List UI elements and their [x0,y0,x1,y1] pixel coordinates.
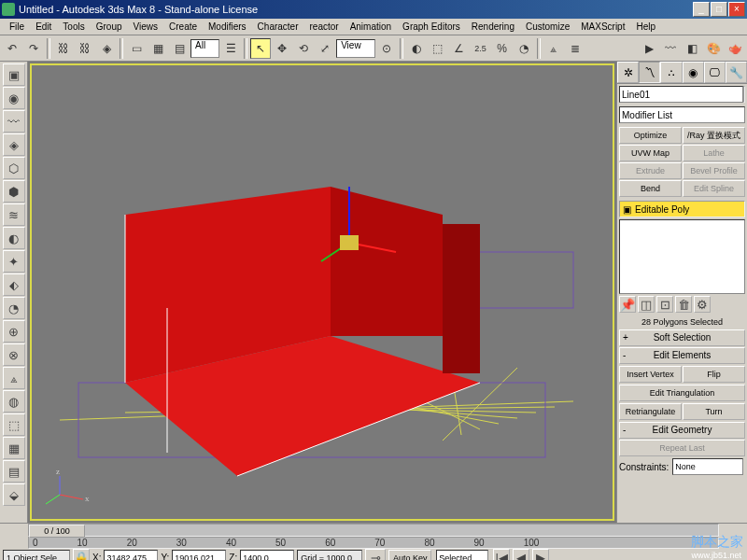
unique-button[interactable]: ⊡ [656,296,673,313]
bevel-profile-button[interactable]: Bevel Profile [683,162,745,179]
menu-maxscript[interactable]: MAXScript [575,21,630,32]
bind-button[interactable]: ◈ [96,38,117,59]
lathe-button[interactable]: Lathe [683,145,745,161]
unlink-button[interactable]: ⛓ [75,38,95,59]
perspective-viewport[interactable]: Perspective [28,62,616,523]
object-name-field[interactable] [619,86,743,103]
menu-help[interactable]: Help [630,21,661,32]
motion-tab[interactable]: ◉ [683,62,704,83]
menu-grapheditors[interactable]: Graph Editors [397,21,466,32]
close-button[interactable]: × [728,2,745,17]
edit-tri-button[interactable]: Edit Triangulation [619,385,745,401]
left-tool-11[interactable]: ◔ [3,297,25,319]
bend-button[interactable]: Bend [619,180,682,197]
hierarchy-tab[interactable]: ⛬ [660,62,682,83]
prev-frame-button[interactable]: ◀ [513,549,529,560]
z-coord-field[interactable]: 1400.0 [240,550,294,561]
left-tool-2[interactable]: ◉ [3,87,25,109]
menu-reactor[interactable]: reactor [304,21,345,32]
menu-views[interactable]: Views [128,21,164,32]
menu-modifiers[interactable]: Modifiers [203,21,252,32]
modify-tab[interactable]: 〽 [639,62,660,83]
create-tab[interactable]: ✲ [617,62,639,83]
left-tool-13[interactable]: ⊗ [3,343,25,366]
lock-selection-button[interactable]: 🔒 [73,549,90,560]
pin-stack-button[interactable]: 📌 [619,296,636,313]
time-slider-handle[interactable]: 0 / 100 [29,525,85,538]
menu-file[interactable]: File [4,21,30,32]
key-mode-button[interactable]: ⊸ [365,549,386,560]
select-button[interactable]: ▭ [126,38,147,59]
autokey-button[interactable]: Auto Key [388,550,431,561]
render-scene-button[interactable]: 🫖 [725,38,745,59]
undo-button[interactable]: ↶ [2,38,22,59]
vray-displace-button[interactable]: /Ray 置换模式 [683,127,745,144]
left-tool-9[interactable]: ✦ [3,250,25,273]
play-button[interactable]: ▶ [532,549,549,560]
menu-customize[interactable]: Customize [520,21,575,32]
mirror-button[interactable]: ⟁ [543,38,564,59]
selection-filter-combo[interactable]: All [190,39,219,58]
named-sel-button[interactable]: ◔ [514,38,534,59]
left-tool-17[interactable]: ▦ [3,437,25,459]
align-button[interactable]: ≣ [565,38,585,59]
remove-mod-button[interactable]: 🗑 [675,296,692,313]
select-name-button[interactable]: ☰ [220,38,241,59]
redo-button[interactable]: ↷ [23,38,44,59]
time-slider[interactable]: 0 / 100 [28,524,719,537]
left-tool-5[interactable]: ⬡ [3,157,25,179]
left-tool-3[interactable]: 〰 [3,110,25,133]
uvwmap-button[interactable]: UVW Map [619,145,682,161]
minimize-button[interactable]: _ [693,2,710,17]
select-object-button[interactable]: ↖ [250,38,271,59]
schematic-button[interactable]: ◧ [682,38,702,59]
layer-button[interactable]: ▶ [639,38,659,59]
select-scale-button[interactable]: ⤢ [315,38,335,59]
menu-character[interactable]: Character [252,21,304,32]
snap-toggle-button[interactable]: ⬚ [428,38,448,59]
left-tool-15[interactable]: ◍ [3,390,25,413]
modifier-stack-item[interactable]: ▣ Editable Poly [619,201,745,217]
left-tool-7[interactable]: ≋ [3,203,25,226]
left-tool-14[interactable]: ⟁ [3,367,25,389]
utilities-tab[interactable]: 🔧 [726,62,747,83]
soft-selection-rollout[interactable]: +Soft Selection [619,329,745,346]
left-tool-12[interactable]: ⊕ [3,320,25,343]
flip-button[interactable]: Flip [683,366,745,383]
keymode-combo[interactable]: Selected [436,550,488,561]
optimize-button[interactable]: Optimize [619,127,682,144]
use-center-button[interactable]: ⊙ [376,38,397,59]
left-tool-6[interactable]: ⬢ [3,180,25,203]
left-tool-18[interactable]: ▤ [3,460,25,483]
angle-snap-button[interactable]: ∠ [449,38,470,59]
menu-edit[interactable]: Edit [30,21,57,32]
select-rect-button[interactable]: ▦ [148,38,168,59]
config-button[interactable]: ⚙ [694,296,711,313]
repeat-last-button[interactable]: Repeat Last [619,440,745,456]
maximize-button[interactable]: □ [711,2,727,17]
left-tool-10[interactable]: ⬖ [3,273,25,296]
left-tool-19[interactable]: ⬙ [3,483,25,506]
left-tool-16[interactable]: ⬚ [3,413,25,436]
edit-spline-button[interactable]: Edit Spline [683,180,745,197]
retriangulate-button[interactable]: Retriangulate [619,403,682,420]
left-tool-1[interactable]: ▣ [3,63,25,86]
object-color-swatch[interactable] [743,86,745,103]
extrude-button[interactable]: Extrude [619,162,682,179]
curve-editor-button[interactable]: 〰 [660,38,681,59]
left-tool-8[interactable]: ◐ [3,227,25,249]
menu-group[interactable]: Group [91,21,128,32]
manipulate-button[interactable]: ◐ [406,38,427,59]
select-filter-button[interactable]: ▤ [169,38,190,59]
show-end-button[interactable]: ◫ [638,296,655,313]
select-move-button[interactable]: ✥ [272,38,292,59]
material-editor-button[interactable]: 🎨 [703,38,724,59]
turn-button[interactable]: Turn [683,403,745,420]
ref-coord-combo[interactable]: View [336,39,375,58]
spinner-snap-button[interactable]: % [492,38,513,59]
left-tool-4[interactable]: ◈ [3,133,25,156]
menu-create[interactable]: Create [163,21,203,32]
x-coord-field[interactable]: 31482.475 [104,550,158,561]
edit-elements-rollout[interactable]: -Edit Elements [619,347,745,364]
menu-tools[interactable]: Tools [57,21,90,32]
